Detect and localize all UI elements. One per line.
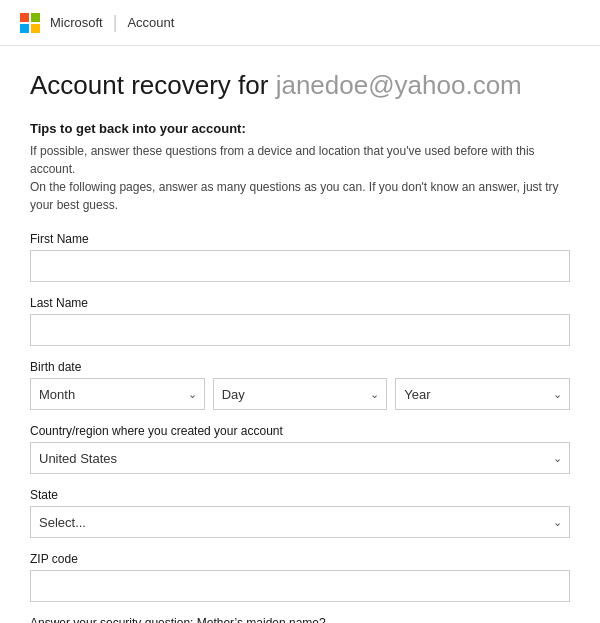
year-wrapper: Year ⌄ <box>395 378 570 410</box>
header: Microsoft | Account <box>0 0 600 46</box>
zip-input[interactable] <box>30 570 570 602</box>
first-name-group: First Name <box>30 232 570 282</box>
page-title: Account recovery for janedoe@yahoo.com <box>30 70 570 101</box>
day-select[interactable]: Day 12345 678910 1112131415 1617181920 2… <box>213 378 388 410</box>
birth-date-label: Birth date <box>30 360 570 374</box>
security-question-label: Answer your security question: Mother’s … <box>30 616 570 623</box>
tips-line2: On the following pages, answer as many q… <box>30 180 559 212</box>
main-content: Account recovery for janedoe@yahoo.com T… <box>0 46 600 623</box>
state-group: State Select... AlabamaAlaskaArizona Cal… <box>30 488 570 538</box>
header-divider: | <box>113 12 118 33</box>
year-select[interactable]: Year <box>395 378 570 410</box>
state-select[interactable]: Select... AlabamaAlaskaArizona Californi… <box>30 506 570 538</box>
page-container: Microsoft | Account Account recovery for… <box>0 0 600 623</box>
last-name-input[interactable] <box>30 314 570 346</box>
birth-date-row: Month JanuaryFebruaryMarch AprilMayJune … <box>30 378 570 410</box>
day-wrapper: Day 12345 678910 1112131415 1617181920 2… <box>213 378 388 410</box>
state-label: State <box>30 488 570 502</box>
country-select[interactable]: United States Canada United Kingdom Aust… <box>30 442 570 474</box>
recovery-email: janedoe@yahoo.com <box>276 70 522 100</box>
birth-date-group: Birth date Month JanuaryFebruaryMarch Ap… <box>30 360 570 410</box>
page-title-prefix: Account recovery for <box>30 70 276 100</box>
tips-heading: Tips to get back into your account: <box>30 121 570 136</box>
logo-microsoft-text: Microsoft <box>50 15 103 30</box>
last-name-group: Last Name <box>30 296 570 346</box>
microsoft-logo <box>20 13 40 33</box>
zip-group: ZIP code <box>30 552 570 602</box>
state-wrapper: Select... AlabamaAlaskaArizona Californi… <box>30 506 570 538</box>
first-name-label: First Name <box>30 232 570 246</box>
country-wrapper: United States Canada United Kingdom Aust… <box>30 442 570 474</box>
month-wrapper: Month JanuaryFebruaryMarch AprilMayJune … <box>30 378 205 410</box>
first-name-input[interactable] <box>30 250 570 282</box>
tips-line1: If possible, answer these questions from… <box>30 144 535 176</box>
last-name-label: Last Name <box>30 296 570 310</box>
tips-section: Tips to get back into your account: If p… <box>30 121 570 214</box>
header-title: Account <box>127 15 174 30</box>
month-select[interactable]: Month JanuaryFebruaryMarch AprilMayJune … <box>30 378 205 410</box>
security-question-group: Answer your security question: Mother’s … <box>30 616 570 623</box>
zip-label: ZIP code <box>30 552 570 566</box>
tips-text: If possible, answer these questions from… <box>30 142 570 214</box>
country-label: Country/region where you created your ac… <box>30 424 570 438</box>
country-group: Country/region where you created your ac… <box>30 424 570 474</box>
